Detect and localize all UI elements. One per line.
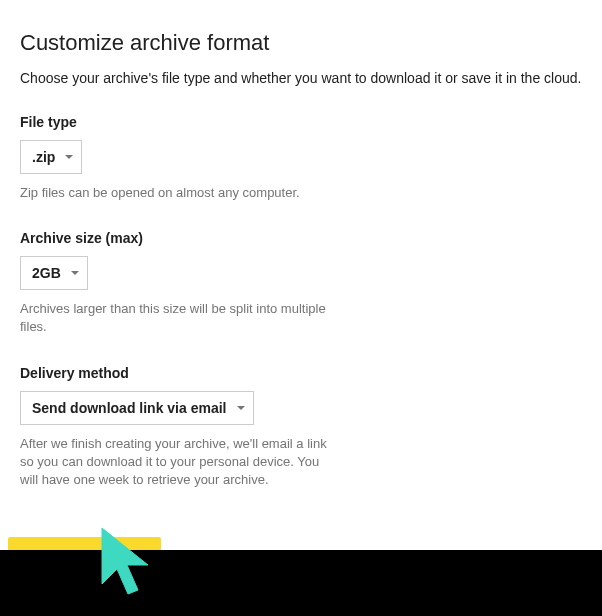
archive-size-help: Archives larger than this size will be s… [20,300,330,336]
chevron-down-icon [237,406,245,410]
file-type-group: File type .zip Zip files can be opened o… [20,114,582,202]
archive-size-label: Archive size (max) [20,230,582,246]
chevron-down-icon [65,155,73,159]
page-subtitle: Choose your archive's file type and whet… [20,70,582,86]
archive-size-select[interactable]: 2GB [20,256,88,290]
file-type-help: Zip files can be opened on almost any co… [20,184,330,202]
page-title: Customize archive format [20,30,582,56]
delivery-method-value: Send download link via email [32,400,227,416]
chevron-down-icon [71,271,79,275]
delivery-method-group: Delivery method Send download link via e… [20,365,582,490]
file-type-value: .zip [32,149,55,165]
delivery-method-select[interactable]: Send download link via email [20,391,254,425]
file-type-label: File type [20,114,582,130]
delivery-method-label: Delivery method [20,365,582,381]
footer-bar [0,550,602,616]
archive-size-value: 2GB [32,265,61,281]
archive-size-group: Archive size (max) 2GB Archives larger t… [20,230,582,336]
delivery-method-help: After we finish creating your archive, w… [20,435,330,490]
file-type-select[interactable]: .zip [20,140,82,174]
main-content: Customize archive format Choose your arc… [0,0,602,616]
